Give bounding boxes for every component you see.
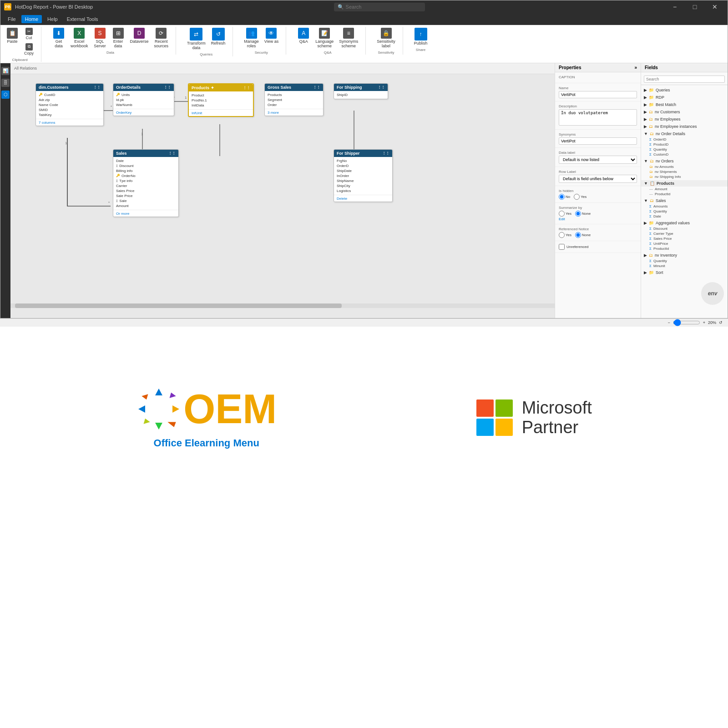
fields-search-input[interactable] xyxy=(644,76,725,83)
menu-file[interactable]: File xyxy=(4,15,20,23)
maximize-button[interactable]: □ xyxy=(686,0,704,13)
excel-button[interactable]: X Excelworkbook xyxy=(69,27,90,50)
table-card-products[interactable]: Products ✦ ⋮⋮ Product ProdNo.1 InitData … xyxy=(188,83,254,117)
sidebar-model-icon[interactable]: ⬡ xyxy=(1,91,10,99)
synonyms-button[interactable]: ≡ Synonymsscheme xyxy=(337,27,360,50)
fields-item-qty-inv[interactable]: Σ Quantity xyxy=(641,258,728,263)
field-tablkey: TablKey xyxy=(39,112,101,117)
close-button[interactable]: ✕ xyxy=(706,0,724,13)
sum-no-label[interactable]: None xyxy=(575,211,591,217)
properties-collapse-icon[interactable]: » xyxy=(634,65,637,70)
chevron-right-icon: ▶ xyxy=(644,102,647,107)
bottom-zoom-out[interactable]: − xyxy=(667,320,670,325)
fields-item-customd[interactable]: Σ CustomD xyxy=(641,152,728,157)
field-shipdate: ShipDate xyxy=(337,168,389,173)
fields-group-sales-header[interactable]: ▼ 🗂 Sales xyxy=(641,197,728,204)
view-as-button[interactable]: 👁 View as xyxy=(263,27,280,45)
fields-group-orders-header[interactable]: ▼ 🗂 nv Orders xyxy=(641,158,728,164)
edit-link[interactable]: Edit xyxy=(559,217,565,221)
fields-item-date[interactable]: Σ Date xyxy=(641,214,728,219)
bottom-zoom-in[interactable]: + xyxy=(703,320,705,325)
sum-yes-radio[interactable] xyxy=(559,211,565,217)
get-data-button[interactable]: ⬇ Getdata xyxy=(51,27,67,50)
fields-item-shipments[interactable]: 🗂 nv Shipments xyxy=(641,169,728,174)
fields-group-employees-header[interactable]: ▶ 🗂 nv Employees xyxy=(641,116,728,122)
unreferenced-checkbox[interactable] xyxy=(559,244,565,250)
description-input[interactable]: In duo volutpaterem xyxy=(559,109,637,126)
bottom-zoom-slider[interactable] xyxy=(673,319,700,326)
table-card-for-shipper[interactable]: For Shipper ⋮⋮ FrgNo OrderD ShipDate InO… xyxy=(334,149,393,202)
sum-no-radio[interactable] xyxy=(575,211,581,217)
is-hidden-no-radio[interactable] xyxy=(559,194,565,200)
data-label-select[interactable]: Default is now listed xyxy=(559,156,637,164)
diagram-canvas[interactable]: 1 * * 1 1 * 1 * dim.Customers ⋮⋮ xyxy=(10,74,555,318)
refresh-button[interactable]: ↺ Refresh xyxy=(209,27,228,47)
fields-item-productid2[interactable]: Σ ProductId xyxy=(641,246,728,251)
row-label-select[interactable]: Default is field unifies below xyxy=(559,175,637,183)
fields-group-customers-header[interactable]: ▶ 🗂 nv Customers xyxy=(641,109,728,115)
is-hidden-no-label[interactable]: No xyxy=(559,194,570,200)
fields-group-ei-header[interactable]: ▶ 🗂 nv Employee instances xyxy=(641,123,728,130)
minimize-button[interactable]: − xyxy=(666,0,684,13)
fields-group-agg-header[interactable]: ▶ 📁 Aggregated values xyxy=(641,220,728,226)
is-hidden-yes-radio[interactable] xyxy=(574,194,580,200)
ref-yes-label[interactable]: Yes xyxy=(559,232,571,238)
sensitivity-button[interactable]: 🔒 Sensitivitylabel xyxy=(375,27,397,50)
field-namecode: Name Code xyxy=(39,102,101,107)
fields-group-queries-header[interactable]: ▶ 📁 Queries xyxy=(641,87,728,93)
ref-no-radio[interactable] xyxy=(575,232,581,238)
fields-item-sales-price[interactable]: Σ Sales Price xyxy=(641,236,728,241)
ref-yes-radio[interactable] xyxy=(559,232,565,238)
sql-button[interactable]: S SQLServer xyxy=(92,27,108,50)
table-card-orderdetails[interactable]: OrderDetails ⋮⋮ 🔑Units Id.pk WarNumb Ord… xyxy=(113,83,174,116)
language-scheme-button[interactable]: 📝 Languagescheme xyxy=(313,27,335,50)
menu-home[interactable]: Home xyxy=(21,15,42,23)
fields-item-discount[interactable]: Σ Discount xyxy=(641,226,728,231)
is-hidden-yes-label[interactable]: Yes xyxy=(574,194,586,200)
bottom-refresh-icon[interactable]: ↺ xyxy=(719,320,723,325)
search-bar[interactable]: 🔍 xyxy=(334,3,425,11)
fields-item-quantity2[interactable]: Σ Quantity xyxy=(641,209,728,214)
menu-help[interactable]: Help xyxy=(44,15,61,23)
fields-group-customers: ▶ 🗂 nv Customers xyxy=(641,109,728,115)
sidebar-data-icon[interactable]: 🗄 xyxy=(1,79,10,87)
paste-button[interactable]: 📋 Paste xyxy=(4,27,20,45)
enter-data-button[interactable]: ⊞ Enterdata xyxy=(110,27,126,50)
sum-yes-label[interactable]: Yes xyxy=(559,211,571,217)
fields-item-amounts2[interactable]: Σ Amounts xyxy=(641,204,728,209)
search-input[interactable] xyxy=(346,4,410,10)
publish-button[interactable]: ↑ Publish xyxy=(412,27,430,47)
fields-group-rdp-header[interactable]: ▶ 📁 RDP xyxy=(641,94,728,101)
fields-item-quantity[interactable]: Σ Quantity xyxy=(641,147,728,152)
fields-item-productid[interactable]: — ProductId xyxy=(641,192,728,197)
fields-item-carrier-type[interactable]: Σ Carrier Type xyxy=(641,231,728,236)
menu-external-tools[interactable]: External Tools xyxy=(63,15,102,23)
table-card-gross-sales[interactable]: Gross Sales ⋮⋮ Products Segment Order 3 … xyxy=(264,83,324,116)
table-card-customers[interactable]: dim.Customers ⋮⋮ 🔑CustID Adr.zip Name Co… xyxy=(35,83,104,126)
fields-group-sort-header[interactable]: ▶ 📁 Sort xyxy=(641,269,728,276)
fields-item-amount[interactable]: — Amount xyxy=(641,187,728,192)
sidebar-report-icon[interactable]: 📊 xyxy=(1,67,10,75)
recent-sources-button[interactable]: ⟳ Recentsources xyxy=(152,27,171,50)
name-input[interactable] xyxy=(559,91,637,98)
fields-group-inv-header[interactable]: ▶ 🗂 nv Inventory xyxy=(641,252,728,258)
fields-item-productd[interactable]: Σ ProductD xyxy=(641,142,728,147)
manage-roles-button[interactable]: 👥 Manageroles xyxy=(242,27,261,50)
copy-button[interactable]: ⧉ Copy xyxy=(22,42,35,57)
fields-item-shipping-info[interactable]: 🗂 nv Shipping Info xyxy=(641,174,728,179)
fields-group-od-header[interactable]: ▼ 🗂 nv Order Details xyxy=(641,131,728,137)
cut-button[interactable]: ✂ Cut xyxy=(22,27,35,41)
ref-no-label[interactable]: None xyxy=(575,232,591,238)
fields-group-products-header[interactable]: ▼ 📋 Products xyxy=(641,180,728,187)
fields-group-bestmatch-header[interactable]: ▶ 📁 Best Match xyxy=(641,101,728,108)
synonyms-input[interactable] xyxy=(559,137,637,145)
fields-item-minunit[interactable]: Σ Minunit xyxy=(641,263,728,268)
fields-item-orderid[interactable]: Σ OrderID xyxy=(641,137,728,142)
qa-button[interactable]: A Q&A xyxy=(295,27,312,45)
fields-item-unitprice[interactable]: Σ UnitPrice xyxy=(641,241,728,246)
table-card-sales[interactable]: Sales ⋮⋮ Date Σ Discount Billing info 🔑O… xyxy=(113,149,179,217)
fields-item-amounts[interactable]: 🗂 nv Amounts xyxy=(641,164,728,169)
dataverse-button[interactable]: D Dataverse xyxy=(128,27,151,45)
transform-data-button[interactable]: ⇄ Transformdata xyxy=(185,27,207,51)
table-card-for-shipping[interactable]: For Shipping ⋮⋮ ShipID xyxy=(334,83,388,99)
